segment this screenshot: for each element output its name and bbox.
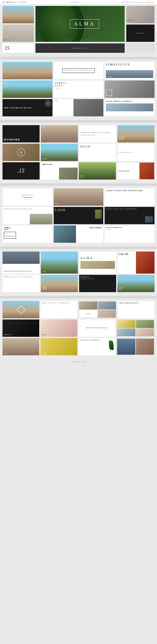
slide-gray-bar: [126, 43, 154, 53]
slide-s4-1: THROUGH SIMPLICITY COMES GREAT BEAUTY: [3, 252, 40, 274]
simplicity-2-text: SIMPLICITY: [119, 152, 153, 153]
slide-s5-1: [3, 301, 39, 318]
beauty-simplicity: BEAUTY SIMPLICITY: [106, 227, 153, 228]
slide-number-left: 15: [3, 43, 34, 53]
slide-1-1: SIMPLI-CITY of great: [3, 62, 52, 79]
num-15: 15: [4, 45, 9, 51]
slide-keep: KEEP THINGS SIMPLE: [106, 100, 153, 102]
slide-s5-white: SIMPLI-CITY COMES GREAT BEAUTY: [78, 319, 115, 337]
btn-text[interactable]: YOUR PRESENTATION: [5, 236, 15, 237]
slide-s4-dark: SIM-PH-CITY THE NATURE OF GREAT SOULS: [79, 275, 116, 292]
slide-s5-dark: SIMPLI-CITY: [3, 319, 39, 337]
top-header: SIMPLI-CITY GOGLE Minimal Presentation T…: [0, 0, 157, 5]
separator-4: [0, 247, 157, 249]
s5-simplicity: SIMPLI-CITY COMES GREAT BEAUTY: [86, 327, 108, 329]
nav-item: GOGLE: [70, 1, 78, 3]
separator-3: [0, 183, 157, 186]
slide-text-beauty: THERE IS BEAUTY IN SIMPLICITY: [64, 69, 93, 71]
brand-title: SIMPLI-CITY: [3, 1, 27, 3]
slide-3-2: LOOK: [54, 99, 104, 116]
separator-1: [0, 57, 157, 59]
slide-adventure-dark: START YOUR OWN ADVENTURE: [105, 207, 154, 224]
slide-dark-bar: SIMPLICITY: [35, 43, 125, 53]
slide-s5-yellow: FLOWERS: [41, 338, 77, 355]
slide-s3-btn: SIMPLI-CITY YOUR PRESENTATION: [3, 225, 52, 243]
slide-s3-beauty: THERE IS BEAUTY IN SIMPLICITY: [3, 207, 52, 224]
deg-text: 15°: [119, 136, 153, 141]
page-watermark: gofxtra.com: [0, 359, 157, 364]
slide-dot15: .15: [3, 162, 40, 180]
slide-beauty-simplicity: BEAUTY SIMPLICITY LOOK BOOK: [105, 225, 154, 243]
slide-s5-grid3: [116, 338, 154, 355]
slide-s3-person: START: [54, 188, 104, 206]
slide-domore-2: DOMORE: [117, 162, 155, 180]
section-1: SIMPLI-CITY of great THERE IS BEAUTY IN …: [0, 59, 157, 120]
section-5: THERE IS BEAUTY IN SIMPLICITY NATURE THE…: [0, 298, 157, 359]
slide-s5-person: ALMA: [3, 338, 39, 355]
slide-s3-1: SIMPLICITY minimal template: [3, 188, 52, 206]
slide-simplicity-2: SIMPLICITY: [117, 144, 154, 161]
s4-beauty: THERE IS BEAUTY IN SIMPLICITY: [4, 276, 38, 278]
letter-a: A: [20, 151, 22, 154]
slide-mountain: BEAUTY: [41, 144, 78, 161]
slide-letter-a: A: [3, 144, 40, 161]
slide-s5-beauty: THERE IS BEAUTY IN SIMPLICITY: [41, 301, 77, 318]
beauty-text: THERE IS BEAUTY IN SIMPLICITY: [4, 208, 51, 210]
s4-through: THROUGH SIMPLICITY COMES GREAT BEAUTY: [4, 270, 38, 272]
slide-s5-grid2: [116, 319, 154, 337]
slide-through: THROUGH SIMPLICITY COMES GREAT BEAUTY: [79, 125, 116, 142]
slide-preview-bottom: MINIMAL: [3, 25, 34, 42]
hero-slide: ALMA All Minimal Presentation Template: [35, 6, 125, 42]
slide-right-bottom: SIMPLE: [126, 25, 154, 42]
slide-clean: CLE-AN: [117, 252, 154, 274]
s4-num: 15: [42, 286, 77, 291]
slide-s5-grid: NATURE: [78, 301, 116, 318]
slide-1-3: SIMPLICITY LANDSCAPE: [105, 62, 154, 79]
book-text: BOOK: [80, 145, 115, 148]
about-text: ABOUT-ME: [42, 164, 77, 165]
domore-text: DOMORE: [4, 138, 38, 141]
slide-flowers: BLOOM: [41, 319, 77, 337]
slide-2-3: [105, 80, 154, 98]
slide-preview-top: ALMA: [3, 6, 34, 23]
alma-text: ALMA: [80, 256, 115, 260]
separator-5: [0, 296, 157, 298]
hero-title: ALMA: [74, 21, 95, 27]
slide-woods: SIMPLI CITY: [79, 162, 116, 180]
adventure-text: START YOUR OWN ADVENTURE: [106, 190, 153, 192]
header-subtitle: Minimal Presentation Template: [122, 1, 154, 3]
slide-right-top: MINIMAL TEMPLATE: [126, 6, 154, 23]
slide-s5-diag: THE NATURE OF BEAUTY: [118, 301, 154, 318]
s5-beauty: THERE IS BEAUTY IN SIMPLICITY: [42, 302, 76, 304]
slide-nature: THE NATURE OF PLACE: [4, 107, 51, 109]
slide-s4-photo: ALMA: [41, 252, 78, 274]
slide-s4-mountain: 15: [117, 275, 154, 292]
section-2: DOMORE ALMA THROUGH SIMPLICITY COMES GRE…: [0, 123, 157, 183]
slide-keep-simple: KEEP SIMPLE: [54, 225, 104, 243]
keep-text: KEEP SIMPLE: [89, 227, 102, 229]
slide-simplicity-title: SIMPLICITY: [106, 63, 153, 66]
slide-2-2: SIMPLI-CITY. of great souls: [54, 80, 104, 98]
section-4: THROUGH SIMPLICITY COMES GREAT BEAUTY AL…: [0, 249, 157, 296]
slide-alma: ALMA: [79, 252, 116, 274]
slide-person: ALMA: [41, 125, 78, 142]
slide-about: ABOUT-ME: [41, 162, 78, 180]
slide-adventure: START YOUR OWN ADVENTURE: [105, 188, 154, 206]
slide-s4-beauty: THERE IS BEAUTY IN SIMPLICITY: [3, 275, 40, 292]
through-text: THROUGH SIMPLICITY COMES GREAT BEAUTY: [80, 131, 115, 136]
slide-s5-final: THERE IS BEAUTY IN SIMPLICITY: [78, 338, 115, 355]
slide-3-1: THE NATURE OF PLACE: [3, 99, 52, 116]
section-3: SIMPLICITY minimal template START START …: [0, 186, 157, 247]
slide-2-1: SIMPLI CITY: [3, 80, 52, 98]
slide-3-3: KEEP THINGS SIMPLE: [105, 99, 154, 116]
slide-1-2: THERE IS BEAUTY IN SIMPLICITY: [54, 62, 104, 79]
separator-2: [0, 120, 157, 123]
slide-num-s4: 15: [41, 275, 78, 292]
slide-domore: DOMORE: [3, 125, 40, 142]
hero-subtitle: All Minimal Presentation Template: [35, 39, 125, 41]
slide-book: BOOK: [79, 144, 116, 161]
slide-look: LOOK: [54, 207, 104, 224]
clean-text: CLE-AN: [119, 253, 128, 256]
slide-15deg: 15°: [117, 125, 154, 142]
dot15-text: .15: [18, 168, 25, 174]
